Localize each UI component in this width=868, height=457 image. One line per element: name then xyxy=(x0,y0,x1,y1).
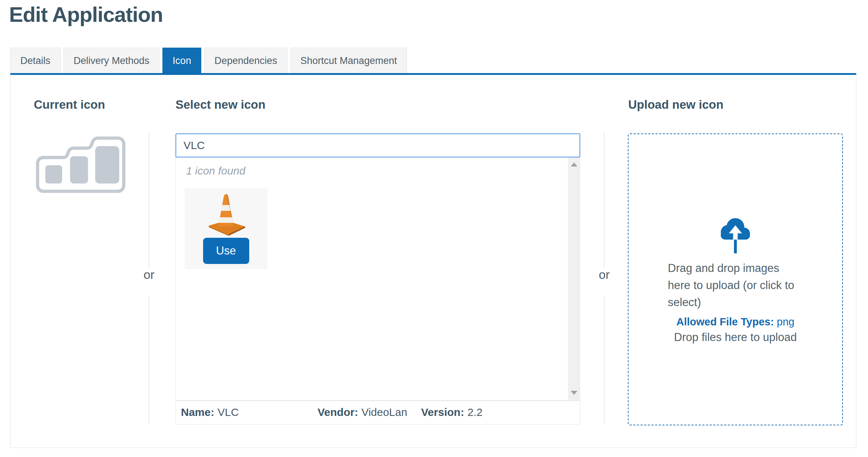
divider-line xyxy=(149,296,149,424)
tab-icon[interactable]: Icon xyxy=(162,48,201,73)
allowed-file-types-value: png xyxy=(777,316,794,328)
icon-vendor-label: Vendor: xyxy=(318,406,358,418)
app-stack-placeholder-icon xyxy=(34,134,128,195)
allowed-file-types: Allowed File Types:png xyxy=(677,316,795,328)
vlc-cone-icon xyxy=(205,192,247,236)
scroll-down-arrow[interactable] xyxy=(571,391,577,395)
upload-dropzone[interactable]: Drag and drop images here to upload (or … xyxy=(628,133,843,425)
icon-name-field: Name:VLC xyxy=(181,401,239,424)
use-icon-button[interactable]: Use xyxy=(203,238,249,264)
icon-tab-panel: Current icon or Select new icon 1 icon f… xyxy=(10,73,856,448)
icon-name-value: VLC xyxy=(218,406,239,418)
upload-new-icon-heading: Upload new icon xyxy=(628,98,723,112)
tab-dependencies[interactable]: Dependencies xyxy=(204,48,287,73)
icon-search-results: 1 icon found xyxy=(175,157,580,401)
icon-name-label: Name: xyxy=(181,406,214,418)
divider-line xyxy=(604,132,605,268)
tab-delivery-methods[interactable]: Delivery Methods xyxy=(64,48,160,73)
icon-version-field: Version:2.2 xyxy=(421,401,483,424)
drop-files-hint: Drop files here to upload xyxy=(674,331,797,344)
or-divider-left: or xyxy=(138,268,160,282)
select-new-icon-heading: Select new icon xyxy=(175,98,266,112)
results-scrollbar[interactable] xyxy=(568,157,580,400)
page-title: Edit Application xyxy=(9,2,163,27)
cloud-upload-icon xyxy=(716,215,754,256)
tab-shortcut-management[interactable]: Shortcut Management xyxy=(290,48,407,73)
allowed-file-types-label: Allowed File Types: xyxy=(677,316,774,328)
icon-vendor-value: VideoLan xyxy=(362,406,407,418)
icon-version-label: Version: xyxy=(421,406,464,418)
divider-line xyxy=(604,296,605,424)
tab-details[interactable]: Details xyxy=(10,48,61,73)
tab-bar: Details Delivery Methods Icon Dependenci… xyxy=(10,48,407,73)
results-count-text: 1 icon found xyxy=(186,165,245,177)
dropzone-instructions: Drag and drop images here to upload (or … xyxy=(668,260,803,311)
selected-icon-details: Name:VLC Vendor:VideoLan Version:2.2 xyxy=(175,401,580,425)
icon-search-input[interactable] xyxy=(175,133,580,157)
icon-result-tile: Use xyxy=(185,188,267,269)
current-icon-heading: Current icon xyxy=(34,98,105,112)
divider-line xyxy=(149,132,149,268)
icon-version-value: 2.2 xyxy=(467,406,483,418)
scroll-up-arrow[interactable] xyxy=(571,163,577,167)
icon-vendor-field: Vendor:VideoLan xyxy=(318,401,407,424)
or-divider-right: or xyxy=(593,268,615,282)
